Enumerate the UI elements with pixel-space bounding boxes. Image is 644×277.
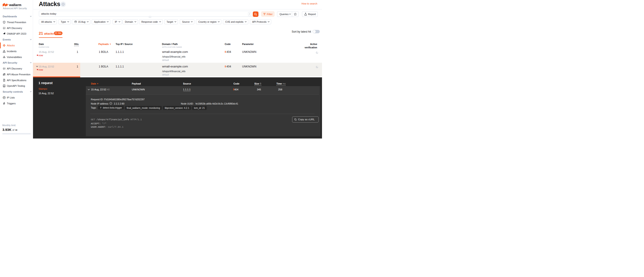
svg-text:?: ? — [62, 3, 63, 6]
svg-text:?: ? — [110, 103, 111, 104]
svg-text:IP: IP — [4, 97, 5, 98]
